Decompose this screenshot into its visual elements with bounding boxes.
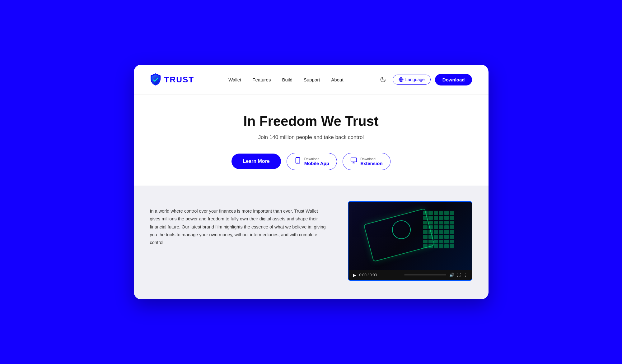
hero-title: In Freedom We Trust bbox=[150, 113, 472, 129]
video-section: In a world where control over your finan… bbox=[134, 186, 489, 299]
video-controls[interactable]: ▶ 0:00 / 0:03 🔊 ⛶ ⋮ bbox=[348, 270, 472, 280]
video-thumbnail bbox=[348, 202, 472, 270]
main-container: TRUST Wallet Features Build Support Abou… bbox=[134, 65, 489, 299]
nav-actions: Language Download bbox=[378, 74, 472, 85]
hero-section: In Freedom We Trust Join 140 million peo… bbox=[134, 95, 489, 186]
mobile-icon bbox=[294, 157, 301, 166]
nav-about[interactable]: About bbox=[331, 77, 343, 82]
download-extension-button[interactable]: Download Extension bbox=[343, 153, 391, 170]
volume-icon[interactable]: 🔊 bbox=[449, 273, 454, 277]
more-options-icon[interactable]: ⋮ bbox=[463, 273, 467, 277]
download-mobile-app-button[interactable]: Download Mobile App bbox=[287, 153, 337, 170]
video-description: In a world where control over your finan… bbox=[150, 201, 329, 247]
grid-visual bbox=[423, 211, 454, 248]
video-extra-controls: 🔊 ⛶ ⋮ bbox=[449, 273, 467, 277]
svg-rect-2 bbox=[296, 158, 300, 163]
logo-text: TRUST bbox=[164, 75, 194, 85]
theme-toggle-button[interactable] bbox=[378, 74, 388, 85]
globe-visual bbox=[392, 220, 411, 239]
nav-support[interactable]: Support bbox=[304, 77, 320, 82]
video-time: 0:00 / 0:03 bbox=[359, 273, 401, 277]
fullscreen-icon[interactable]: ⛶ bbox=[457, 273, 461, 277]
monitor-icon bbox=[350, 157, 357, 166]
language-label: Language bbox=[405, 77, 425, 82]
play-button[interactable]: ▶ bbox=[353, 273, 356, 278]
nav-wallet[interactable]: Wallet bbox=[228, 77, 241, 82]
header: TRUST Wallet Features Build Support Abou… bbox=[134, 65, 489, 95]
download-ext-label: Download Extension bbox=[360, 157, 383, 166]
download-app-label: Download Mobile App bbox=[304, 157, 329, 166]
video-player[interactable]: ▶ 0:00 / 0:03 🔊 ⛶ ⋮ bbox=[348, 201, 472, 281]
language-button[interactable]: Language bbox=[393, 75, 431, 85]
svg-rect-4 bbox=[351, 158, 357, 162]
progress-bar[interactable] bbox=[404, 274, 446, 275]
header-download-button[interactable]: Download bbox=[435, 74, 472, 85]
nav-features[interactable]: Features bbox=[252, 77, 271, 82]
hero-subtitle: Join 140 million people and take back co… bbox=[150, 134, 472, 141]
nav-build[interactable]: Build bbox=[282, 77, 292, 82]
logo-area[interactable]: TRUST bbox=[150, 73, 194, 86]
globe-icon bbox=[399, 77, 404, 82]
trust-logo-icon bbox=[150, 73, 161, 86]
nav: Wallet Features Build Support About bbox=[228, 77, 343, 82]
learn-more-button[interactable]: Learn More bbox=[231, 154, 281, 169]
hero-actions: Learn More Download Mobile App bbox=[150, 153, 472, 170]
